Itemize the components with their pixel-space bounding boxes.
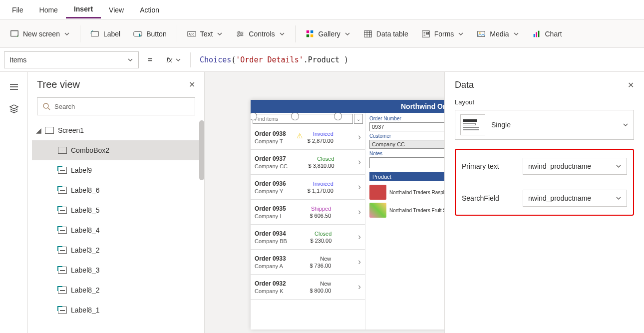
order-status: Shipped: [311, 206, 331, 212]
label-icon: [90, 29, 99, 38]
menu-home[interactable]: Home: [31, 2, 66, 18]
caret-down-icon: ◢: [36, 126, 41, 134]
tree-node-label8_3[interactable]: Label8_3: [32, 260, 204, 280]
chevron-down-icon: [344, 31, 350, 37]
warning-icon: ⚠: [297, 132, 303, 140]
tree-node-label: Label3_2: [71, 246, 100, 254]
top-menubar: File Home Insert View Action: [0, 0, 644, 20]
order-amount: $ 606.50: [310, 213, 331, 219]
search-placeholder: Search: [54, 103, 75, 110]
tree-node-label: ComboBox2: [71, 146, 109, 154]
tree-node-label9[interactable]: Label9: [32, 160, 204, 180]
tree-node-label8_1[interactable]: Label8_1: [32, 300, 204, 320]
order-company: Company A: [255, 263, 286, 269]
menu-insert[interactable]: Insert: [66, 1, 101, 18]
menu-file[interactable]: File: [4, 2, 31, 18]
chevron-down-icon: [458, 31, 464, 37]
svg-rect-19: [533, 34, 535, 37]
tree-node-label8_4[interactable]: Label8_4: [32, 220, 204, 240]
gallery-button[interactable]: Gallery: [300, 26, 356, 41]
order-row[interactable]: Order 0932Company KNew$ 800.00›: [251, 275, 365, 300]
svg-rect-15: [426, 32, 429, 33]
chevron-right-icon: ›: [355, 182, 361, 192]
chevron-down-icon: [616, 195, 622, 201]
insert-ribbon: + New screen Label Button Abc Text Contr…: [0, 20, 644, 48]
label-control-icon: [58, 267, 67, 274]
button-btn-label: Button: [146, 30, 166, 38]
tree-node-label3_2[interactable]: Label3_2: [32, 240, 204, 260]
ribbon-separator: [177, 25, 177, 42]
highlighted-fields-region: Primary text nwind_productname SearchFie…: [455, 149, 634, 216]
order-amount: $ 3,810.00: [309, 163, 334, 169]
svg-text:+: +: [16, 34, 19, 38]
order-row[interactable]: Order 0933Company ANew$ 736.00›: [251, 250, 365, 275]
order-amount: $ 800.00: [310, 288, 331, 294]
order-row[interactable]: Order 0938Company TInvoiced$ 2,870.00›⚠: [251, 125, 365, 150]
primary-text-dropdown[interactable]: nwind_productname: [523, 158, 627, 175]
chevron-down-icon: [217, 31, 223, 37]
formula-input[interactable]: Choices( 'Order Details'.Product ): [195, 51, 640, 68]
primary-text-value: nwind_productname: [528, 162, 591, 170]
button-button[interactable]: Button: [127, 26, 172, 41]
chart-button[interactable]: Chart: [526, 26, 568, 41]
close-icon[interactable]: ✕: [189, 80, 195, 89]
text-button[interactable]: Abc Text: [181, 26, 229, 41]
data-panel: Data ✕ Layout Single Primary text nwind_…: [444, 72, 644, 333]
chart-icon: [532, 29, 541, 38]
menu-action[interactable]: Action: [132, 2, 167, 18]
order-amount: $ 736.00: [310, 263, 331, 269]
order-row[interactable]: Order 0934Company BBClosed$ 230.00›: [251, 225, 365, 250]
chevron-down-icon: [64, 31, 70, 37]
chevron-right-icon: ›: [355, 157, 361, 167]
selection-handle[interactable]: [334, 113, 341, 120]
selection-handle[interactable]: [292, 113, 299, 120]
button-icon: [133, 29, 142, 38]
data-panel-title: Data: [455, 80, 474, 90]
svg-rect-12: [310, 34, 313, 36]
label-btn-label: Label: [103, 30, 120, 38]
canvas-area: Northwind Ord ⌄ Order 0938Company TInvoi…: [205, 72, 644, 333]
order-row[interactable]: Order 0936Company YInvoiced$ 1,170.00›: [251, 175, 365, 200]
chevron-down-icon[interactable]: ⌄: [354, 114, 363, 124]
tree-node-label8_6[interactable]: Label8_6: [32, 180, 204, 200]
chevron-right-icon: ›: [355, 232, 361, 242]
controls-button[interactable]: Controls: [230, 26, 291, 41]
orders-gallery: ⌄ Order 0938Company TInvoiced$ 2,870.00›…: [251, 113, 365, 330]
property-selector[interactable]: Items: [4, 51, 139, 68]
search-field-value: nwind_productname: [528, 194, 591, 202]
layers-icon[interactable]: [8, 103, 20, 115]
hamburger-icon[interactable]: [8, 81, 20, 93]
order-row[interactable]: Order 0935Company IShipped$ 606.50›: [251, 200, 365, 225]
layout-selector[interactable]: Single: [455, 110, 634, 140]
new-screen-button[interactable]: + New screen: [4, 26, 76, 41]
search-field-label: SearchField: [462, 194, 517, 202]
forms-button[interactable]: Forms: [415, 26, 470, 41]
tree-search-input[interactable]: Search: [37, 97, 195, 115]
formula-token-str: 'Order Details': [236, 55, 303, 64]
tree-node-screen1[interactable]: ◢ Screen1: [32, 120, 204, 140]
media-button[interactable]: Media: [471, 26, 525, 41]
main-area: Tree view ✕ Search ◢ Screen1 ComboBox2La…: [0, 72, 644, 333]
property-selector-value: Items: [9, 56, 26, 64]
order-amount: $ 2,870.00: [308, 138, 333, 144]
label-button[interactable]: Label: [84, 26, 126, 41]
search-field-dropdown[interactable]: nwind_productname: [523, 190, 627, 207]
chevron-down-icon: [279, 31, 285, 37]
label-control-icon: [58, 287, 67, 294]
data-table-button[interactable]: Data table: [357, 26, 414, 41]
tree-node-label8_2[interactable]: Label8_2: [32, 280, 204, 300]
svg-rect-20: [536, 32, 537, 37]
menu-view[interactable]: View: [101, 2, 132, 18]
fx-button[interactable]: fx: [161, 55, 186, 64]
close-icon[interactable]: ✕: [628, 80, 634, 90]
tree-list: ◢ Screen1 ComboBox2Label9Label8_6Label8_…: [28, 120, 204, 320]
tree-scrollbar[interactable]: [199, 120, 204, 180]
chevron-right-icon: ›: [355, 282, 361, 292]
label-control-icon: [58, 207, 67, 214]
tree-node-combobox2[interactable]: ComboBox2: [32, 140, 204, 160]
order-row[interactable]: Order 0937Company CCClosed$ 3,810.00›: [251, 150, 365, 175]
tree-node-label: Label9: [71, 166, 92, 174]
product-name: Northwind Traders Raspb: [389, 190, 446, 195]
ribbon-separator: [80, 25, 80, 42]
tree-node-label8_5[interactable]: Label8_5: [32, 200, 204, 220]
